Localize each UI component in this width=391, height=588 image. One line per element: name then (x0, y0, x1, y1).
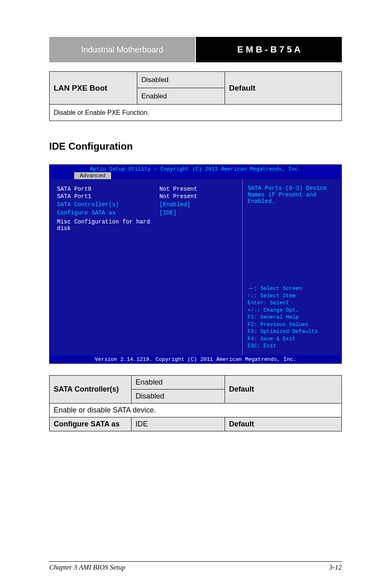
bios-tabrow: Advanced (50, 172, 341, 179)
bios-row: SATA Port0Not Present (57, 186, 235, 192)
bios-help-line: Enter: Select (248, 299, 336, 307)
table-options-summary: SATA Controller(s) Enabled Default Disab… (49, 375, 342, 431)
bios-help-keys: →←: Select Screen↑↓: Select ItemEnter: S… (248, 244, 336, 350)
bios-row-label: SATA Controller(s) (57, 201, 159, 208)
tbl1-label: LAN PXE Boot (50, 72, 137, 105)
bios-title: Aptio Setup Utility – Copyright (C) 2011… (50, 165, 341, 172)
bios-row[interactable]: SATA Controller(s)[Enabled] (57, 201, 235, 208)
page-footer: Chapter 3 AMI BIOS Setup 3-12 (49, 561, 342, 572)
tbl2-r1-default: Default (225, 376, 341, 403)
bios-row-label: SATA Port1 (57, 193, 159, 200)
bios-screenshot: Aptio Setup Utility – Copyright (C) 2011… (49, 164, 342, 364)
bios-row[interactable]: Configure SATA as[IDE] (57, 210, 235, 216)
tbl1-opt2: Enabled (137, 88, 225, 105)
bios-footer: Version 2.14.1219. Copyright (C) 2011 Am… (50, 356, 341, 363)
tbl1-opt1: Disabled (137, 72, 225, 88)
footer-left: Chapter 3 AMI BIOS Setup (49, 563, 125, 572)
bios-help-line: ↑↓: Select Item (248, 292, 336, 300)
tbl2-r1-desc: Enable or disable SATA device. (50, 403, 342, 417)
tbl2-r2-default: Default (225, 417, 341, 431)
bios-help-line: →←: Select Screen (248, 285, 336, 292)
bios-row-value: [IDE] (159, 210, 177, 216)
tbl2-r2-opt1: IDE (131, 417, 225, 431)
bios-row-value: Not Present (159, 186, 197, 192)
header-right: E M B - B 7 5 A (196, 37, 342, 62)
tbl2-r1-label: SATA Controller(s) (50, 376, 132, 403)
bios-tab-advanced[interactable]: Advanced (74, 172, 111, 179)
tbl1-desc: Disable or Enable PXE Function. (50, 105, 342, 121)
bios-row-label: SATA Port0 (57, 186, 159, 192)
bios-help-line: F3: Optimized Defaults (248, 328, 336, 335)
bios-row-label: Configure SATA as (57, 210, 159, 216)
bios-help-line: F1: General Help (248, 314, 336, 321)
bios-help-line: F4: Save & Exit (248, 335, 336, 343)
tbl2-r2-label: Configure SATA as (50, 417, 132, 431)
bios-right-pane: SATA Ports (0-3) Device Names if Present… (242, 179, 341, 356)
bios-help-line: +/-: Change Opt. (248, 307, 336, 314)
tbl2-r1-opt1: Enabled (131, 376, 225, 390)
header-left: Industrial Motherboard (49, 37, 196, 62)
table-lan-pxe: LAN PXE Boot Disabled Default Enabled Di… (49, 71, 342, 121)
bios-left-pane: SATA Port0Not PresentSATA Port1Not Prese… (50, 179, 242, 356)
section-title: IDE Configuration (49, 141, 342, 152)
bios-row: SATA Port1Not Present (57, 193, 235, 200)
bios-row: Misc Configuration for hard disk (57, 219, 235, 232)
tbl2-r1-opt2: Disabled (131, 390, 225, 403)
header-bar: Industrial Motherboard E M B - B 7 5 A (49, 37, 342, 62)
footer-right: 3-12 (329, 563, 342, 572)
bios-help-top: SATA Ports (0-3) Device Names if Present… (248, 185, 336, 205)
bios-help-line: ESC: Exit (248, 342, 336, 350)
bios-help-line: F2: Previous Values (248, 321, 336, 328)
bios-row-value: Not Present (159, 193, 197, 200)
bios-row-value: [Enabled] (159, 201, 191, 208)
tbl1-default: Default (225, 72, 341, 105)
bios-row-label: Misc Configuration for hard disk (57, 219, 159, 232)
